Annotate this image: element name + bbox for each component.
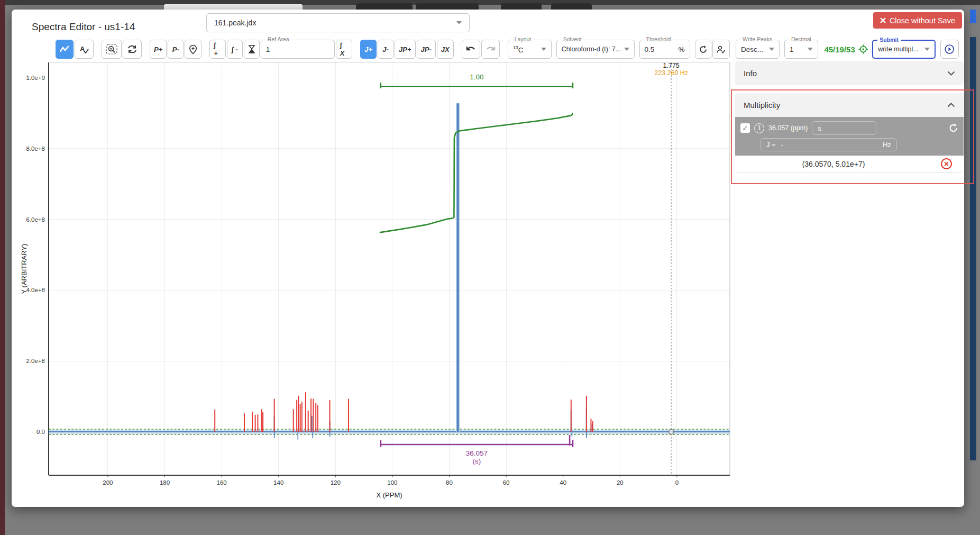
layout-value: 13C bbox=[513, 45, 524, 54]
submit-value: write multipl... bbox=[878, 46, 918, 53]
file-select-value: 161.peak.jdx bbox=[214, 19, 256, 27]
page-title: Spectra Editor - us1-14 bbox=[32, 21, 135, 33]
y-tick-label: 2.0e+8 bbox=[26, 358, 45, 364]
right-panel: Info Multiplicity ✓ 1 36.057 (ppm) bbox=[735, 61, 964, 173]
solvent-value: Chloroform-d (t): 7... bbox=[562, 46, 621, 53]
x-tick-label: 0 bbox=[675, 479, 679, 486]
background-left-bar bbox=[0, 0, 5, 535]
j-coupling-field[interactable]: J = - Hz bbox=[761, 138, 897, 151]
info-accordion-header[interactable]: Info bbox=[735, 61, 964, 85]
redo-button[interactable] bbox=[481, 40, 500, 59]
person-check-icon bbox=[717, 45, 726, 54]
multiplicity-section: Multiplicity ✓ 1 36.057 (ppm) J = - Hz bbox=[735, 93, 964, 173]
multiplet-shift: 36.057 (ppm) bbox=[768, 124, 808, 132]
peak-marker-button[interactable] bbox=[185, 40, 202, 59]
j-add-button[interactable]: J+ bbox=[360, 40, 377, 59]
submit-select[interactable]: Submit write multipl... bbox=[872, 40, 936, 59]
y-tick-label: 0.0 bbox=[36, 429, 45, 435]
x-tick-label: 40 bbox=[560, 479, 566, 486]
spectrum-line-tool-button[interactable] bbox=[56, 40, 74, 59]
ref-area-label: Ref Area bbox=[265, 37, 291, 42]
spectrum-chart[interactable]: 2001801601401201008060402001.0e+98.0e+86… bbox=[21, 62, 731, 506]
info-title: Info bbox=[744, 69, 757, 78]
hourglass-icon bbox=[248, 44, 255, 54]
decimal-select[interactable]: Decimal 1 bbox=[784, 40, 818, 59]
chevron-down-icon bbox=[924, 48, 930, 51]
location-pin-icon bbox=[189, 44, 197, 55]
play-circle-icon bbox=[945, 44, 955, 55]
multiplet-checkbox[interactable]: ✓ bbox=[740, 123, 750, 133]
ref-area-field[interactable]: Ref Area 1 bbox=[261, 40, 335, 59]
peak-pick-add-button[interactable]: P+ bbox=[150, 40, 167, 59]
peak-point-row[interactable]: (36.0570, 5.01e+7) ✕ bbox=[735, 156, 964, 173]
multiplicity-input[interactable] bbox=[812, 121, 876, 135]
x-tick-label: 180 bbox=[160, 479, 170, 486]
j-clear-button[interactable]: JX bbox=[437, 40, 454, 59]
solvent-select[interactable]: Solvent Chloroform-d (t): 7... bbox=[556, 40, 635, 59]
refresh-multiplet-icon[interactable] bbox=[949, 123, 958, 133]
jp-remove-button[interactable]: JP- bbox=[417, 40, 436, 59]
close-icon bbox=[880, 17, 886, 23]
multiplet-type-label: (s) bbox=[473, 457, 481, 465]
close-without-save-button[interactable]: Close without Save bbox=[873, 12, 962, 29]
ref-area-value: 1 bbox=[266, 46, 270, 53]
decimal-value: 1 bbox=[790, 46, 794, 53]
background-top-strip bbox=[0, 0, 980, 5]
spectra-editor-modal: Spectra Editor - us1-14 161.peak.jdx Clo… bbox=[12, 10, 964, 507]
recalculate-button[interactable] bbox=[695, 40, 712, 59]
chevron-down-icon bbox=[808, 48, 813, 51]
y-tick-label: 4.0e+8 bbox=[26, 287, 45, 293]
multiplet-bracket[interactable] bbox=[381, 435, 573, 447]
target-icon[interactable] bbox=[858, 44, 868, 55]
plot-border bbox=[49, 62, 730, 475]
integral-add-button[interactable]: ∫ + bbox=[209, 40, 226, 59]
chevron-up-icon bbox=[947, 103, 955, 107]
reset-zoom-icon bbox=[127, 44, 138, 54]
x-tick-label: 60 bbox=[503, 479, 510, 486]
threshold-unit: % bbox=[678, 46, 684, 53]
undo-button[interactable] bbox=[462, 40, 480, 59]
x-tick-label: 100 bbox=[387, 479, 397, 486]
integral-value-label: 1.00 bbox=[470, 73, 483, 81]
multiplet-shift-label: 36.057 bbox=[466, 449, 488, 457]
crosshair-ppm-label: 1.775 bbox=[663, 62, 680, 69]
peak-pick-remove-button[interactable]: P- bbox=[168, 40, 184, 59]
delete-peak-icon[interactable]: ✕ bbox=[941, 158, 952, 169]
integral-threshold-button[interactable] bbox=[244, 40, 260, 59]
apply-peaks-button[interactable] bbox=[712, 40, 730, 59]
x-tick-label: 80 bbox=[446, 479, 453, 486]
y-axis-title: Y (ARBITRARY) bbox=[21, 244, 28, 294]
chevron-down-icon bbox=[769, 48, 774, 51]
multiplicity-accordion-header[interactable]: Multiplicity bbox=[735, 93, 964, 117]
chevron-down-icon bbox=[947, 71, 955, 76]
chevron-down-icon bbox=[456, 21, 462, 24]
integral-bracket[interactable] bbox=[381, 83, 573, 88]
submit-label: Submit bbox=[877, 37, 901, 43]
integral-curve[interactable] bbox=[380, 113, 573, 232]
zoom-area-icon bbox=[106, 44, 117, 55]
file-select[interactable]: 161.peak.jdx bbox=[206, 13, 470, 32]
layout-label: Layout bbox=[512, 37, 534, 42]
reset-zoom-button[interactable] bbox=[123, 40, 142, 59]
integral-remove-button[interactable]: ∫ - bbox=[227, 40, 243, 59]
x-tick-label: 140 bbox=[273, 479, 283, 486]
j-remove-button[interactable]: J- bbox=[378, 40, 393, 59]
peak-point-value: (36.0570, 5.01e+7) bbox=[735, 160, 932, 168]
zoom-box-button[interactable] bbox=[102, 40, 122, 59]
j-unit: Hz bbox=[883, 141, 891, 149]
x-axis-title: X (PPM) bbox=[376, 491, 402, 499]
threshold-field[interactable]: Threshold 0.5 % bbox=[639, 40, 690, 59]
y-tick-label: 6.0e+8 bbox=[26, 216, 45, 223]
multiplet-index-badge: 1 bbox=[754, 123, 764, 133]
jp-add-button[interactable]: JP+ bbox=[395, 40, 416, 59]
integral-clear-button[interactable]: ∫ X bbox=[336, 40, 353, 59]
x-tick-label: 200 bbox=[103, 479, 113, 486]
j-label: J = bbox=[766, 141, 776, 149]
chevron-down-icon bbox=[541, 48, 546, 51]
write-peaks-select[interactable]: Write Peaks Desc... bbox=[736, 40, 780, 59]
layout-select[interactable]: Layout 13C bbox=[508, 40, 552, 59]
auto-rescale-button[interactable]: A bbox=[75, 40, 94, 59]
write-peaks-value: Desc... bbox=[741, 46, 763, 53]
spectrum-plot[interactable]: 2001801601401201008060402001.0e+98.0e+86… bbox=[21, 62, 731, 506]
run-submit-button[interactable] bbox=[940, 40, 959, 59]
